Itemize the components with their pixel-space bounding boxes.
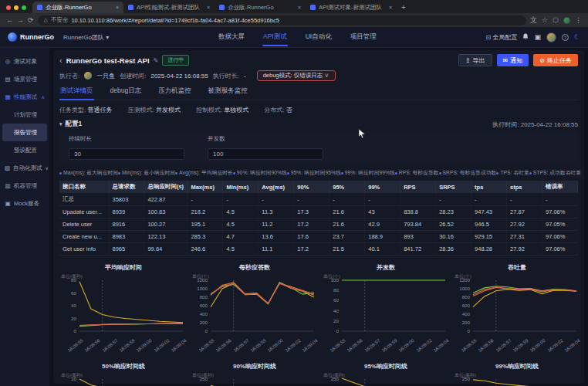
translate-icon[interactable]: 文 xyxy=(530,17,537,24)
back-icon[interactable]: ← xyxy=(6,17,13,24)
chart-6: 95%响应时间线单位(毫秒)10015020025016:08:5516:08:… xyxy=(322,362,450,386)
close-window-icon[interactable] xyxy=(6,5,11,10)
new-tab-button[interactable]: + xyxy=(397,3,412,13)
sidebar-item-6[interactable]: ▧自动化测试∨ xyxy=(0,159,49,177)
forward-icon[interactable]: → xyxy=(17,17,24,24)
report-tab-3[interactable]: 被测服务监控 xyxy=(208,86,248,100)
chart-canvas[interactable]: 单位(毫秒)100150200250 xyxy=(322,371,450,386)
table-cell: 17.3 xyxy=(294,206,329,218)
report-tab-2[interactable]: 压力机监控 xyxy=(157,86,192,100)
tab-close-icon[interactable]: × xyxy=(389,5,392,10)
report-tab-1[interactable]: debug日志 xyxy=(110,86,143,100)
sidebar-item-3[interactable]: 计划管理 xyxy=(0,106,49,124)
sidebar-item-1[interactable]: ▤场景管理 xyxy=(0,70,49,88)
table-cell: 4.5 xyxy=(223,206,259,218)
chart-x-labels: 16:08:5516:08:5616:08:5716:08:5916:09:00… xyxy=(322,337,450,353)
table-row[interactable]: 汇总35803422.87---------- xyxy=(59,193,578,206)
user-avatar[interactable] xyxy=(546,32,556,42)
table-cell: 21.6 xyxy=(329,206,365,218)
sidebar-item-5[interactable]: 预设配置 xyxy=(0,141,49,159)
collapse-caret-icon: ▾ xyxy=(59,121,63,127)
workspace-icon[interactable]: ▣ xyxy=(534,34,541,41)
task-meta-label: 控制模式: xyxy=(196,107,224,113)
target-icon: ◎ xyxy=(5,58,11,65)
nav-item-2[interactable]: UI自动化 xyxy=(305,26,333,48)
table-cell: 17.2 xyxy=(294,243,329,256)
sidebar-item-0[interactable]: ◎测试对象 xyxy=(0,52,49,70)
brand[interactable]: RunnerGo xyxy=(8,32,54,42)
global-config-button[interactable]: ⊡ 全局配置 xyxy=(485,33,517,42)
nav-item-1[interactable]: API测试 xyxy=(262,26,288,48)
window-controls[interactable] xyxy=(0,5,32,13)
chart-canvas[interactable]: 单位(毫秒)100150200250 xyxy=(453,371,581,386)
export-button[interactable]: ↥导出 xyxy=(458,54,492,66)
series-Create new user xyxy=(79,282,183,323)
sidebar-item-label: 测试对象 xyxy=(14,58,37,66)
sidebar-item-2[interactable]: ▦性能测试∧ xyxy=(0,88,49,106)
legend-item-2: Avg(ms): 平均响应时长 xyxy=(175,169,233,177)
task-meta-value: 单独模式 xyxy=(224,107,248,113)
tab-close-icon[interactable]: × xyxy=(116,5,119,10)
sidebar-item-7[interactable]: ▥机器管理 xyxy=(0,177,49,195)
main-area: ‹ RunnerGo test-Rest API ✎ 进行中 ↥导出 ✉通知 ⊘… xyxy=(49,48,588,386)
table-cell: 43 xyxy=(365,206,400,218)
browser-tab-strip: 企业版-RunnerGo×API性能测试-新测试团队×企业版-RunnerGo×… xyxy=(0,0,588,13)
stop-task-button[interactable]: ⊘终止任务 xyxy=(533,54,578,66)
browser-tab-1[interactable]: API性能测试-新测试团队× xyxy=(123,2,215,13)
report-tab-0[interactable]: 测试详情页 xyxy=(59,86,94,100)
tab-close-icon[interactable]: × xyxy=(298,5,301,10)
chart-canvas[interactable]: 单位(毫秒)100150200250 xyxy=(191,371,319,386)
maximize-window-icon[interactable] xyxy=(22,5,26,10)
nav-item-3[interactable]: 项目管理 xyxy=(350,26,377,48)
svg-text:0: 0 xyxy=(468,328,471,334)
minimize-window-icon[interactable] xyxy=(14,5,19,10)
series-Create new user xyxy=(79,379,183,386)
edit-pencil-icon[interactable]: ✎ xyxy=(154,57,159,64)
tab-close-icon[interactable]: × xyxy=(207,5,210,10)
svg-text:400: 400 xyxy=(200,311,208,317)
chart-canvas[interactable]: 单位(个)020406080100 xyxy=(322,273,450,334)
address-bar[interactable]: △ 不安全 10.10.10.110:86/work/#/report/deta… xyxy=(38,15,527,25)
table-row[interactable]: Upadate user...8939100.83218.24.511.317.… xyxy=(59,206,578,218)
browser-menu-icon[interactable]: ⋮ xyxy=(575,17,582,24)
debug-mode-select[interactable]: debug模式: 仅错误日志 ∨ xyxy=(257,70,336,81)
legend-dot-icon xyxy=(439,172,441,174)
sidebar-item-4[interactable]: 报告管理 xyxy=(2,124,47,141)
table-cell: 947.43 xyxy=(471,206,507,218)
notify-button[interactable]: ✉通知 xyxy=(497,54,529,66)
extensions-icon[interactable]: ⬡ xyxy=(553,17,559,24)
chart-canvas[interactable]: 单位(个)020040060080010001200 xyxy=(453,273,581,334)
chart-canvas[interactable]: 单位(毫秒)46810 xyxy=(59,371,188,386)
reload-icon[interactable]: ⟳ xyxy=(28,17,34,24)
dark-mode-moon-icon[interactable]: ☾ xyxy=(574,33,580,41)
nav-item-0[interactable]: 数据大屏 xyxy=(218,26,245,48)
table-cell: 793.84 xyxy=(400,218,436,231)
table-row[interactable]: Get user info896599.64246.64.511.117.221… xyxy=(59,243,578,256)
table-cell: 97.06% xyxy=(542,206,577,218)
browser-tab-0[interactable]: 企业版-RunnerGo× xyxy=(32,2,123,13)
table-header-cell: tps xyxy=(471,181,507,193)
table-row[interactable]: Delete user8916100.27195.14.511.217.221.… xyxy=(59,218,578,231)
bell-icon[interactable] xyxy=(522,33,529,42)
chart-canvas[interactable]: 单位(个)020040060080010001200 xyxy=(191,273,319,334)
svg-text:1000: 1000 xyxy=(459,286,470,291)
table-cell: - xyxy=(188,193,223,206)
config-section-header[interactable]: ▾ 配置1 执行时间: 2025-04-22 16:08:55 xyxy=(59,120,578,129)
bookmark-star-icon[interactable]: ☆ xyxy=(542,17,548,24)
table-row[interactable]: Create new u...8983122.13285.34.713.617.… xyxy=(59,231,578,243)
legend-text: 90%: 响应时间90%线 xyxy=(237,169,287,177)
chart-canvas[interactable]: 单位(毫秒)020406080 xyxy=(59,273,188,334)
config-field-input-0[interactable] xyxy=(69,148,184,160)
legend-text: STPS: 成功数吞吐量 xyxy=(533,169,581,177)
help-icon[interactable]: ? xyxy=(562,34,569,41)
sidebar-item-8[interactable]: ▣Mock服务 xyxy=(0,195,49,212)
legend-text: SRPS: 每秒应答成功数 xyxy=(443,169,497,177)
team-selector[interactable]: RunnerGo团队 ▾ xyxy=(63,33,109,42)
table-cell: 946.5 xyxy=(471,218,507,231)
config-field-input-1[interactable] xyxy=(208,148,323,160)
back-arrow-icon[interactable]: ‹ xyxy=(59,56,63,65)
browser-profile-avatar[interactable] xyxy=(563,17,570,24)
security-warning-icon[interactable]: △ xyxy=(44,17,48,23)
browser-tab-2[interactable]: 企业版-RunnerGo× xyxy=(215,2,306,13)
browser-tab-3[interactable]: API测试对象-新测试团队× xyxy=(306,2,397,13)
